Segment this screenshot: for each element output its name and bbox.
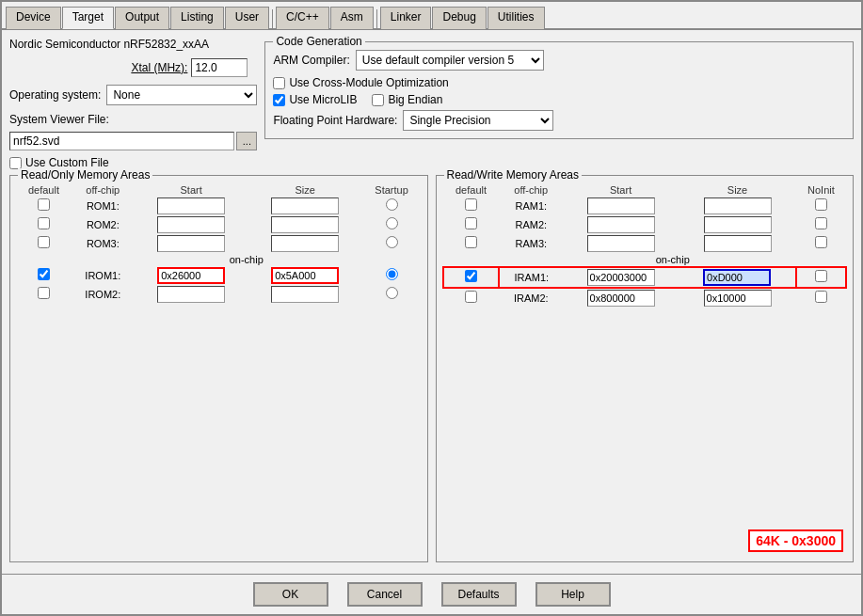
rom2-startup-radio[interactable] (386, 217, 398, 229)
code-gen-group: Code Generation ARM Compiler: Use defaul… (264, 41, 854, 139)
rom-col-startup: Startup (362, 183, 422, 197)
tab-target[interactable]: Target (62, 7, 114, 29)
xtal-row: Xtal (MHz): (9, 58, 248, 77)
iram2-label: IRAM2: (499, 288, 563, 308)
rom3-default-checkbox[interactable] (38, 236, 50, 248)
microlib-row: Use MicroLIB Big Endian (273, 93, 845, 106)
big-endian-checkbox[interactable] (372, 94, 384, 106)
irom2-size-input[interactable] (271, 286, 339, 303)
xtal-input[interactable] (191, 58, 248, 77)
tab-bar: Device Target Output Listing User C/C++ … (2, 2, 861, 30)
iram1-default-checkbox[interactable] (465, 270, 477, 282)
iram2-default-checkbox[interactable] (465, 291, 477, 303)
ram3-start-input[interactable] (587, 235, 655, 252)
rom3-startup-radio[interactable] (386, 236, 398, 248)
device-name: Nordic Semiconductor nRF52832_xxAA (9, 38, 257, 51)
rom-col-size: Size (248, 183, 362, 197)
svd-browse-button[interactable]: ... (236, 132, 257, 150)
irom2-label: IROM2: (72, 285, 135, 304)
table-row: IROM2: (16, 285, 422, 304)
iram1-size-input[interactable] (703, 269, 771, 286)
tab-user[interactable]: User (225, 7, 269, 29)
ram3-size-input[interactable] (704, 235, 772, 252)
os-select[interactable]: None (106, 85, 257, 105)
iram1-label: IRAM1: (499, 267, 563, 288)
ram2-start-input[interactable] (587, 216, 655, 233)
irom1-size-input[interactable] (271, 267, 339, 284)
ram-table: default off-chip Start Size NoInit RAM1: (442, 183, 848, 308)
left-panel: Nordic Semiconductor nRF52832_xxAA Xtal … (9, 38, 257, 169)
compiler-row: ARM Compiler: Use default compiler versi… (273, 50, 845, 71)
compiler-label: ARM Compiler: (273, 54, 349, 67)
rom-col-start: Start (135, 183, 248, 197)
microlib-checkbox[interactable] (273, 94, 285, 106)
tab-listing[interactable]: Listing (170, 7, 224, 29)
table-row: ROM1: (16, 197, 422, 215)
cancel-button[interactable]: Cancel (347, 582, 423, 607)
compiler-select[interactable]: Use default compiler version 5 (356, 50, 544, 71)
ram3-noinit-checkbox[interactable] (815, 236, 827, 248)
right-panel: Code Generation ARM Compiler: Use defaul… (264, 38, 854, 169)
tab-asm[interactable]: Asm (330, 7, 374, 29)
defaults-button[interactable]: Defaults (441, 582, 517, 607)
table-row: on-chip (16, 253, 422, 266)
ram3-default-checkbox[interactable] (465, 236, 477, 248)
irom2-default-checkbox[interactable] (38, 287, 50, 299)
irom2-startup-radio[interactable] (386, 287, 398, 299)
rom-col-offchip: off-chip (72, 183, 135, 197)
bottom-bar: OK Cancel Defaults Help (2, 574, 861, 614)
svd-input[interactable] (9, 132, 234, 150)
xtal-label: Xtal (MHz): (131, 61, 187, 74)
iram1-noinit-checkbox[interactable] (815, 270, 827, 282)
iram1-start-input[interactable] (587, 269, 655, 286)
rom1-startup-radio[interactable] (386, 198, 398, 211)
cross-module-checkbox[interactable] (273, 77, 285, 89)
rom-panel-title: Read/Only Memory Areas (18, 168, 152, 182)
use-custom-label: Use Custom File (25, 156, 109, 169)
tab-device[interactable]: Device (6, 7, 61, 29)
ram1-default-checkbox[interactable] (465, 198, 477, 211)
ram1-size-input[interactable] (704, 197, 772, 214)
os-row: Operating system: None (9, 85, 257, 105)
rom-table: default off-chip Start Size Startup ROM1… (16, 183, 422, 304)
use-custom-checkbox[interactable] (9, 157, 22, 169)
memory-section: Read/Only Memory Areas default off-chip … (9, 175, 854, 562)
rom2-start-input[interactable] (157, 216, 225, 233)
table-row: RAM1: (443, 197, 847, 215)
tab-linker[interactable]: Linker (380, 7, 432, 29)
rom2-size-input[interactable] (271, 216, 339, 233)
ram2-size-input[interactable] (704, 216, 772, 233)
help-button[interactable]: Help (535, 582, 611, 607)
rom1-default-checkbox[interactable] (38, 198, 50, 211)
fp-select[interactable]: Single Precision (403, 110, 553, 131)
table-row: RAM3: (443, 234, 847, 253)
ram-col-offchip: off-chip (499, 183, 563, 197)
ram1-noinit-checkbox[interactable] (815, 198, 827, 211)
tab-utilities[interactable]: Utilities (487, 7, 545, 29)
ok-button[interactable]: OK (253, 582, 328, 607)
tab-cpp[interactable]: C/C++ (276, 7, 329, 29)
cross-module-label: Use Cross-Module Optimization (289, 76, 448, 89)
rom3-start-input[interactable] (157, 235, 225, 252)
irom2-start-input[interactable] (157, 286, 225, 303)
ram-on-chip-label: on-chip (499, 253, 846, 267)
irom1-label: IROM1: (72, 266, 135, 285)
irom1-startup-radio[interactable] (386, 268, 398, 280)
ram2-noinit-checkbox[interactable] (815, 217, 827, 229)
ram1-start-input[interactable] (587, 197, 655, 214)
iram2-noinit-checkbox[interactable] (815, 291, 827, 303)
svd-row: ... (9, 132, 257, 150)
ram2-default-checkbox[interactable] (465, 217, 477, 229)
microlib-label: Use MicroLIB (289, 93, 357, 106)
table-row: RAM2: (443, 215, 847, 234)
rom1-start-input[interactable] (157, 197, 225, 214)
irom1-start-input[interactable] (157, 267, 225, 284)
rom3-size-input[interactable] (271, 235, 339, 252)
irom1-default-checkbox[interactable] (38, 268, 50, 280)
iram2-start-input[interactable] (587, 290, 655, 307)
iram2-size-input[interactable] (704, 290, 772, 307)
rom2-default-checkbox[interactable] (38, 217, 50, 229)
rom1-size-input[interactable] (271, 197, 339, 214)
tab-output[interactable]: Output (115, 7, 169, 29)
tab-debug[interactable]: Debug (432, 7, 486, 29)
